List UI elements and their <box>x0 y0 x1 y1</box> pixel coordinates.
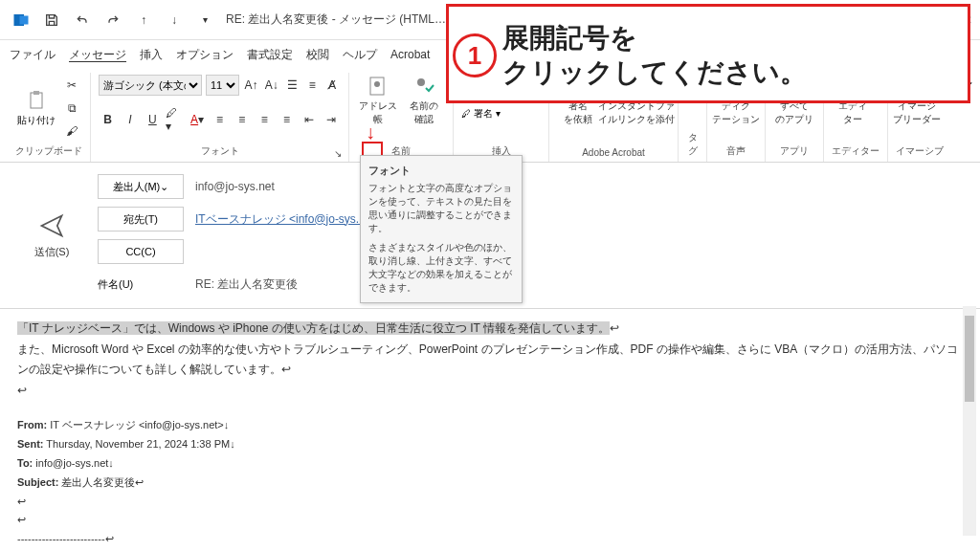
font-size-select[interactable]: 11 <box>206 75 239 96</box>
down-arrow-icon[interactable]: ↓ <box>161 7 188 33</box>
message-body[interactable]: 「IT ナレッジベース」では、Windows や iPhone の使い方をはじめ… <box>0 308 980 551</box>
font-color-icon[interactable]: A ▾ <box>188 109 206 130</box>
menu-acrobat[interactable]: Acrobat <box>390 48 430 61</box>
group-label-acrobat: Adobe Acrobat <box>557 145 670 160</box>
cut-icon[interactable]: ✂ <box>61 75 82 96</box>
menu-insert[interactable]: 挿入 <box>140 47 163 63</box>
svg-rect-5 <box>33 91 39 95</box>
scrollbar-thumb[interactable] <box>965 316 974 402</box>
font-family-select[interactable]: 游ゴシック (本文の <box>99 75 202 96</box>
to-button[interactable]: 宛先(T) <box>98 207 184 231</box>
menu-format[interactable]: 書式設定 <box>247 47 293 63</box>
underline-icon[interactable]: U <box>144 109 162 130</box>
address-book-button[interactable]: アドレス帳 <box>357 75 399 126</box>
group-label-voice: 音声 <box>715 143 757 160</box>
group-label-tag: タグ <box>686 129 699 160</box>
qat-dropdown-icon[interactable]: ▾ <box>191 7 218 33</box>
svg-rect-4 <box>31 93 42 108</box>
up-arrow-icon[interactable]: ↑ <box>130 7 157 33</box>
send-button[interactable]: 送信(S) <box>17 174 86 297</box>
group-label-editor: エディター <box>832 143 880 160</box>
format-painter-icon[interactable]: 🖌 <box>61 121 82 142</box>
paste-button[interactable]: 貼り付け <box>15 81 57 135</box>
bullets-icon[interactable]: ☰ <box>283 75 300 96</box>
svg-point-8 <box>417 78 425 86</box>
indent-dec-icon[interactable]: ⇤ <box>300 109 318 130</box>
decrease-font-icon[interactable]: A↓ <box>263 75 279 96</box>
align-left-icon[interactable]: ≡ <box>211 109 229 130</box>
check-names-button[interactable]: 名前の 確認 <box>403 75 445 126</box>
group-label-immersive: イマーシブ <box>896 143 944 160</box>
body-line-1: 「IT ナレッジベース」では、Windows や iPhone の使い方をはじめ… <box>17 321 610 335</box>
group-names: アドレス帳 名前の 確認 名前 <box>349 73 454 162</box>
to-value[interactable]: ITベースナレッジ <info@jo-sys.net> <box>195 211 382 228</box>
undo-icon[interactable] <box>69 7 96 33</box>
save-icon[interactable] <box>38 7 65 33</box>
svg-rect-1 <box>20 15 29 24</box>
tooltip-text-1: フォントと文字の高度なオプションを使って、テキストの見た目を思い通りに調整するこ… <box>368 182 514 235</box>
increase-font-icon[interactable]: A↑ <box>243 75 259 96</box>
clear-format-icon[interactable]: A̸ <box>324 75 341 96</box>
from-button[interactable]: 差出人(M) ⌄ <box>98 174 184 199</box>
group-label-app: アプリ <box>773 143 815 160</box>
align-center-icon[interactable]: ≡ <box>233 109 251 130</box>
font-dialog-launcher-icon[interactable]: ↘ <box>331 146 345 160</box>
highlight-icon[interactable]: 🖊 ▾ <box>166 109 184 130</box>
font-tooltip: フォント フォントと文字の高度なオプションを使って、テキストの見た目を思い通りに… <box>360 155 523 303</box>
numbering-icon[interactable]: ≡ <box>304 75 321 96</box>
italic-icon[interactable]: I <box>121 109 139 130</box>
bold-icon[interactable]: B <box>99 109 117 130</box>
align-right-icon[interactable]: ≡ <box>256 109 274 130</box>
group-label-clipboard: クリップボード <box>15 143 82 160</box>
copy-icon[interactable]: ⧉ <box>61 98 82 119</box>
menu-review[interactable]: 校閲 <box>306 47 329 63</box>
step-number-badge: 1 <box>453 33 497 77</box>
tooltip-text-2: さまざまなスタイルや色のほか、取り消し線、上付き文字、すべて大文字などの効果を加… <box>368 241 514 295</box>
justify-icon[interactable]: ≡ <box>278 109 296 130</box>
cc-button[interactable]: CC(C) <box>98 239 184 264</box>
instruction-text: 展開記号を クリックしてください。 <box>502 21 807 91</box>
body-scrollbar[interactable] <box>963 306 976 536</box>
svg-point-7 <box>374 81 380 87</box>
body-line-2: また、Microsoft Word や Excel の効率的な使い方やトラブルシ… <box>17 342 958 377</box>
menu-file[interactable]: ファイル <box>10 47 56 63</box>
subject-value[interactable]: RE: 差出人名変更後 <box>195 276 298 293</box>
menu-message[interactable]: メッセージ <box>69 47 126 63</box>
menu-help[interactable]: ヘルプ <box>343 47 377 63</box>
redo-icon[interactable] <box>100 7 126 33</box>
group-clipboard: 貼り付け ✂ ⧉ 🖌 クリップボード <box>8 73 91 162</box>
instruction-overlay: 1 展開記号を クリックしてください。 <box>446 4 970 103</box>
quoted-header: From: IT ベースナレッジ <info@jo-sys.net>↓ Sent… <box>17 416 963 549</box>
from-value: info@jo-sys.net <box>195 180 275 193</box>
window-title: RE: 差出人名変更後 - メッセージ (HTML… <box>226 11 446 28</box>
group-label-font: フォント <box>201 145 239 156</box>
tooltip-title: フォント <box>368 164 514 178</box>
indent-inc-icon[interactable]: ⇥ <box>323 109 341 130</box>
menu-options[interactable]: オプション <box>176 47 234 63</box>
group-font: 游ゴシック (本文の 11 A↑ A↓ ☰ ≡ A̸ B I U 🖊 ▾ A ▾… <box>91 73 349 162</box>
signature-button[interactable]: 🖊 署名 ▾ <box>461 107 541 121</box>
subject-label: 件名(U) <box>98 272 184 297</box>
outlook-icon <box>8 7 34 33</box>
